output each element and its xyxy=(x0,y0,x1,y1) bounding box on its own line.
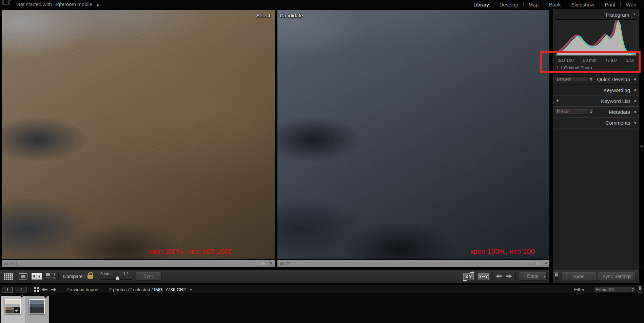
rating-dots[interactable]: · · · · · xyxy=(401,261,432,266)
filter-dropdown[interactable]: Filters Off xyxy=(594,286,635,292)
spinner-icon xyxy=(588,109,593,114)
filmstrip-status[interactable]: 2 photos /2 selected / IMG_7736.CR2 ▼ xyxy=(109,287,193,292)
filmstrip-source[interactable]: Previous Import xyxy=(66,287,99,292)
survey-view-icon[interactable] xyxy=(46,273,55,280)
previous-photo-arrow-icon[interactable] xyxy=(496,274,502,278)
metadata-preset-dropdown[interactable]: Default xyxy=(555,109,593,114)
bar-divider xyxy=(16,261,17,266)
lock-icon[interactable] xyxy=(87,275,93,279)
forward-arrow-icon[interactable] xyxy=(51,288,56,291)
module-book[interactable]: Book xyxy=(544,2,566,7)
panel-switch-icon[interactable] xyxy=(554,272,559,280)
keyword-list-header[interactable]: + Keyword List ◀ xyxy=(553,96,639,106)
next-photo-arrow-icon[interactable] xyxy=(506,274,512,278)
keyword-tag-badge-icon[interactable] xyxy=(14,307,20,313)
original-photo-row: Original Photo xyxy=(558,65,639,70)
toolbar: XY Compare : Zoom 1:1 Sync XY X Y Done xyxy=(0,270,549,283)
pane-option-icon[interactable] xyxy=(261,262,265,265)
done-button[interactable]: Done xyxy=(519,272,547,281)
exif-shutter: 1/10 xyxy=(626,58,635,63)
original-photo-label: Original Photo xyxy=(564,65,592,70)
expand-panel-arrow[interactable]: ▶ xyxy=(641,144,643,148)
histogram-header[interactable]: Histogram ▼ xyxy=(553,9,639,19)
module-web[interactable]: Web xyxy=(621,2,641,7)
quick-develop-header[interactable]: Defaults Quick Develop ◀ xyxy=(553,74,639,84)
quick-develop-preset-dropdown[interactable]: Defaults xyxy=(555,76,593,82)
select-caption: кроп 100% , исо 100-1600 xyxy=(148,247,233,255)
collapse-left-icon: ◀ xyxy=(633,99,636,103)
rating-dots[interactable]: · · · · · xyxy=(126,261,157,266)
screen-1-button[interactable]: ∙∙∙1 xyxy=(2,287,13,292)
promo-arrow-icon: ▶ xyxy=(97,3,100,7)
histogram[interactable] xyxy=(555,20,637,56)
exif-iso: ISO 100 xyxy=(558,58,574,63)
flag-pick-icon[interactable] xyxy=(5,263,8,265)
candidate-caption: кроп 100%, исо 100 xyxy=(470,247,535,255)
swap-select-candidate-button[interactable]: XY xyxy=(463,273,474,280)
panel-edge-strip: ▶ xyxy=(639,9,644,270)
lightroom-mobile-promo[interactable]: Get started with Lightroom mobile▶ xyxy=(16,1,100,7)
add-keyword-button[interactable]: + xyxy=(556,98,559,104)
filter-switch-icon[interactable] xyxy=(638,286,642,293)
thumbnail-1[interactable]: ◆◇ xyxy=(1,296,25,323)
thumbnail-1-photo[interactable] xyxy=(5,299,21,314)
filmstrip-divider xyxy=(61,287,61,292)
flag-pick-icon[interactable] xyxy=(280,263,284,265)
thumbnail-2[interactable]: ◆ xyxy=(25,296,49,323)
zoom-ratio-label[interactable]: 1:1 xyxy=(123,271,129,276)
lightroom-window: Lr Get started with Lightroom mobile▶ Li… xyxy=(0,0,644,323)
photo-texture xyxy=(277,10,549,259)
select-pane-photo[interactable]: Select кроп 100% , исо 100-1600 xyxy=(2,10,275,259)
module-library[interactable]: Library xyxy=(468,2,494,7)
metadata-header[interactable]: Default Metadata ◀ xyxy=(553,107,639,117)
swap-arrow-icon xyxy=(463,280,467,282)
screen-2-button[interactable]: ∙∙∙2 xyxy=(16,287,27,292)
pane-option-icon[interactable] xyxy=(535,262,540,265)
pick-diamond-icon: ◆◇ xyxy=(20,294,23,298)
module-print[interactable]: Print xyxy=(600,2,621,7)
panel-sync-button[interactable]: Sync xyxy=(562,272,596,281)
panel-toolbar: Sync Sync Settings xyxy=(553,270,639,283)
selection-status: 2 photos /2 selected / xyxy=(109,287,153,292)
filmstrip-source-caret-icon[interactable]: ▼ xyxy=(190,288,193,292)
bar-divider xyxy=(292,261,292,266)
module-develop[interactable]: Develop xyxy=(494,2,523,7)
candidate-pane-photo[interactable]: Candidate кроп 100%, исо 100 xyxy=(277,10,549,259)
right-panel: Histogram ▼ ISO 100 50 mm f / 9.0 1/10 O… xyxy=(553,9,639,270)
histogram-title: Histogram xyxy=(606,12,629,18)
thumbnail-2-photo[interactable] xyxy=(29,299,45,314)
swap-arrow-icon xyxy=(470,271,474,274)
flag-reject-icon[interactable]: ✕ xyxy=(286,262,290,265)
grid-view-icon[interactable] xyxy=(4,273,13,280)
module-picker: Library Develop Map Book Slideshow Print… xyxy=(468,0,641,9)
toolbar-divider xyxy=(492,272,493,281)
flag-reject-icon[interactable]: ✕ xyxy=(11,262,14,265)
pick-diamond-icon: ◆ xyxy=(44,294,47,298)
zoom-label: Zoom xyxy=(100,271,111,276)
close-candidate-pane-button[interactable]: ✕ xyxy=(544,261,548,266)
candidate-pane-bar: ✕ · · · · · ✕ xyxy=(277,260,549,267)
exif-focal-length: 50 mm xyxy=(583,58,597,63)
module-slideshow[interactable]: Slideshow xyxy=(566,2,599,7)
module-map[interactable]: Map xyxy=(524,2,544,7)
make-select-button[interactable]: X Y xyxy=(478,273,489,280)
sync-button[interactable]: Sync xyxy=(136,272,161,281)
done-dropdown-caret-icon[interactable]: ▼ xyxy=(543,275,546,279)
close-select-pane-button[interactable]: ✕ xyxy=(269,261,273,266)
back-arrow-icon[interactable] xyxy=(42,288,47,291)
histogram-luminance-fill xyxy=(556,23,636,55)
sync-settings-button[interactable]: Sync Settings xyxy=(598,272,636,281)
compare-label: Compare : xyxy=(63,274,85,279)
keywording-header[interactable]: Keywording ◀ xyxy=(553,85,639,95)
exif-row: ISO 100 50 mm f / 9.0 1/10 xyxy=(558,58,635,63)
grid-view-small-icon[interactable] xyxy=(34,287,39,292)
filmstrip-bar: ∙∙∙1 ∙∙∙2 Previous Import 2 photos /2 se… xyxy=(0,285,644,293)
lightroom-logo: Lr xyxy=(2,0,12,7)
comments-header[interactable]: Comments ◀ xyxy=(553,118,639,128)
filter-label: Filter : xyxy=(574,287,587,292)
filmstrip: ◆◇ ◆ xyxy=(0,293,644,323)
loupe-view-icon[interactable] xyxy=(19,273,27,280)
compare-view-icon[interactable]: XY xyxy=(32,273,42,280)
original-photo-checkbox[interactable] xyxy=(558,66,562,69)
toolbar-divider xyxy=(515,272,516,281)
